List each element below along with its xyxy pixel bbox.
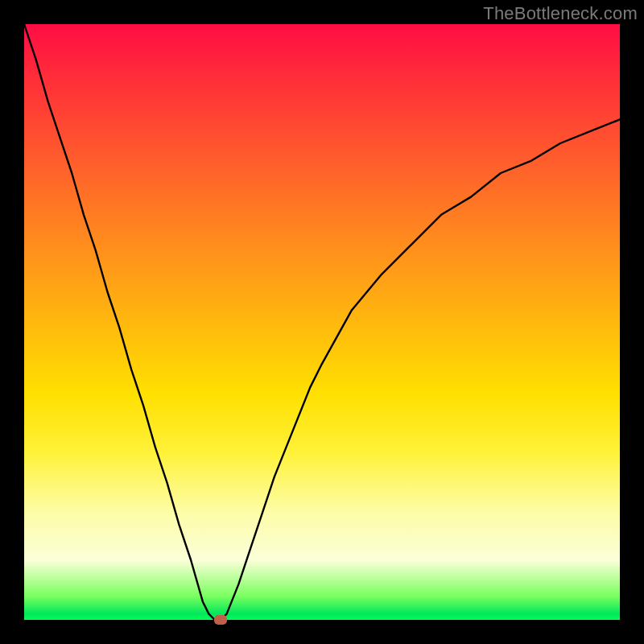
vertex-marker: [214, 615, 227, 625]
watermark-text: TheBottleneck.com: [483, 3, 638, 24]
bottleneck-curve: [24, 24, 620, 620]
plot-area: [24, 24, 620, 620]
chart-frame: TheBottleneck.com: [0, 0, 644, 644]
curve-svg: [24, 24, 620, 620]
